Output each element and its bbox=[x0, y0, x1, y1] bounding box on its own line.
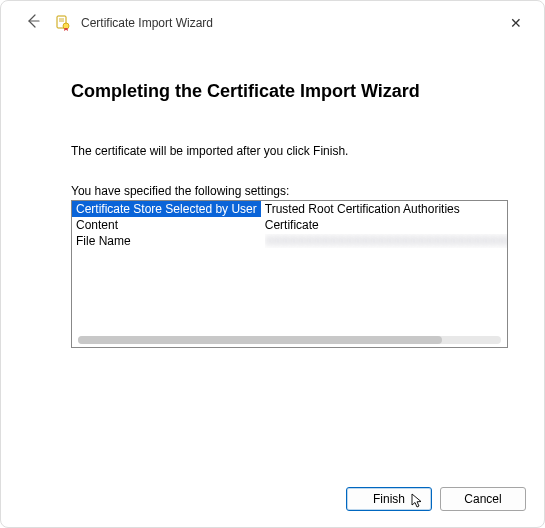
description-text: The certificate will be imported after y… bbox=[71, 144, 508, 158]
settings-label: You have specified the following setting… bbox=[71, 184, 508, 198]
back-arrow-icon[interactable] bbox=[21, 11, 45, 35]
table-row[interactable]: Certificate Store Selected by User Trust… bbox=[72, 201, 508, 217]
table-row[interactable]: File Name XXXXXXXXXXXXXXXXXXXXXXXXXXXXXX… bbox=[72, 233, 508, 252]
titlebar: Certificate Import Wizard ✕ bbox=[1, 1, 544, 41]
finish-button-label: Finish bbox=[373, 492, 405, 506]
wizard-title: Certificate Import Wizard bbox=[81, 16, 213, 30]
cancel-button-label: Cancel bbox=[464, 492, 501, 506]
setting-label: Certificate Store Selected by User bbox=[72, 201, 261, 217]
setting-label: File Name bbox=[72, 233, 261, 252]
horizontal-scrollbar[interactable] bbox=[78, 336, 501, 344]
certificate-icon bbox=[55, 15, 71, 31]
close-icon[interactable]: ✕ bbox=[502, 11, 530, 35]
settings-listview[interactable]: Certificate Store Selected by User Trust… bbox=[71, 200, 508, 348]
table-row[interactable]: Content Certificate bbox=[72, 217, 508, 233]
setting-label: Content bbox=[72, 217, 261, 233]
finish-button[interactable]: Finish bbox=[346, 487, 432, 511]
page-heading: Completing the Certificate Import Wizard bbox=[71, 81, 508, 102]
setting-value: XXXXXXXXXXXXXXXXXXXXXXXXXXXXXXXXXXXX bbox=[261, 233, 508, 252]
setting-value: Trusted Root Certification Authorities bbox=[261, 201, 508, 217]
wizard-content: Completing the Certificate Import Wizard… bbox=[1, 41, 544, 358]
cursor-icon bbox=[411, 493, 423, 512]
footer-buttons: Finish Cancel bbox=[346, 487, 526, 511]
scrollbar-thumb[interactable] bbox=[78, 336, 442, 344]
cancel-button[interactable]: Cancel bbox=[440, 487, 526, 511]
setting-value: Certificate bbox=[261, 217, 508, 233]
